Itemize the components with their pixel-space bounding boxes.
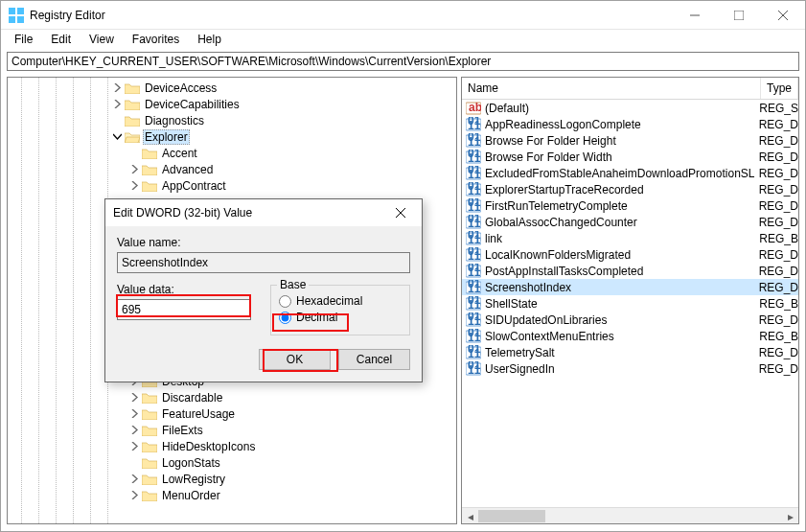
menu-view[interactable]: View [81, 31, 122, 48]
list-row[interactable]: Browse For Folder HeightREG_D [462, 132, 798, 149]
list-row[interactable]: UserSignedInREG_D [462, 360, 798, 377]
folder-icon [142, 489, 157, 501]
tree-item[interactable]: HideDesktopIcons [8, 438, 456, 454]
chevron-right-icon[interactable] [111, 82, 123, 94]
value-name: SIDUpdatedOnLibraries [485, 313, 759, 327]
tree-item[interactable]: LowRegistry [8, 471, 456, 487]
tree-item[interactable]: Explorer [8, 128, 456, 145]
tree-item[interactable]: LogonStats [8, 454, 456, 471]
base-fieldset: Base Hexadecimal Decimal [270, 285, 410, 335]
list-row[interactable]: GlobalAssocChangedCounterREG_D [462, 214, 798, 230]
maximize-button[interactable] [717, 1, 761, 30]
value-type: REG_B [759, 330, 798, 343]
chevron-right-icon[interactable] [111, 99, 123, 110]
value-type: REG_D [759, 216, 798, 229]
address-bar[interactable]: Computer\HKEY_CURRENT_USER\SOFTWARE\Micr… [7, 52, 799, 71]
radio-decimal[interactable]: Decimal [279, 311, 402, 324]
radio-hexadecimal[interactable]: Hexadecimal [279, 294, 402, 308]
chevron-right-icon[interactable] [128, 441, 140, 452]
list-pane[interactable]: Name Type (Default)REG_SAppReadinessLogo… [461, 77, 799, 524]
value-type: REG_D [759, 199, 798, 213]
list-row[interactable]: ExcludedFromStableAnaheimDownloadPromoti… [462, 165, 798, 181]
close-button[interactable] [761, 1, 805, 30]
tree-item-label: DeviceCapabilities [143, 98, 242, 111]
binary-value-icon [466, 215, 481, 230]
list-row[interactable]: ExplorerStartupTraceRecordedREG_D [462, 181, 798, 197]
binary-value-icon [466, 329, 481, 344]
chevron-right-icon[interactable] [128, 490, 140, 501]
chevron-right-icon[interactable] [128, 425, 140, 436]
radio-hexadecimal-input[interactable] [279, 295, 291, 308]
list-header: Name Type [462, 78, 798, 100]
chevron-right-icon[interactable] [128, 180, 140, 192]
chevron-right-icon[interactable] [128, 474, 140, 485]
tree-item[interactable]: FileExts [8, 422, 456, 438]
list-row[interactable]: SIDUpdatedOnLibrariesREG_D [462, 312, 798, 328]
chevron-right-icon[interactable] [128, 164, 140, 175]
tree-item[interactable]: DeviceAccess [8, 80, 456, 96]
chevron-right-icon[interactable] [128, 408, 140, 420]
base-legend: Base [277, 278, 309, 291]
folder-icon [142, 456, 157, 469]
horizontal-scrollbar[interactable]: ◂ ▸ [462, 507, 798, 523]
list-row[interactable]: (Default)REG_S [462, 100, 798, 116]
binary-value-icon [466, 312, 481, 328]
radio-decimal-input[interactable] [279, 312, 291, 324]
tree-item-label: LowRegistry [160, 473, 227, 486]
list-row[interactable]: FirstRunTelemetryCompleteREG_D [462, 197, 798, 214]
binary-value-icon [466, 264, 481, 279]
value-data-input[interactable] [117, 299, 251, 320]
folder-icon [142, 179, 157, 192]
value-type: REG_D [759, 313, 798, 327]
dialog-close-button[interactable] [387, 199, 414, 226]
menu-help[interactable]: Help [190, 31, 229, 48]
tree-item[interactable]: MenuOrder [8, 487, 456, 503]
binary-value-icon [466, 247, 481, 263]
tree-item[interactable]: AppContract [8, 177, 456, 194]
tree-item[interactable]: FeatureUsage [8, 405, 456, 422]
value-name: ExplorerStartupTraceRecorded [485, 183, 759, 197]
folder-icon [125, 130, 140, 143]
value-name-input[interactable] [117, 252, 410, 273]
value-name: Browse For Folder Width [485, 150, 759, 164]
binary-value-icon [466, 133, 481, 149]
tree-item[interactable]: Discardable [8, 389, 456, 405]
value-type: REG_D [759, 134, 798, 148]
value-type: REG_D [759, 167, 798, 180]
edit-dword-dialog: Edit DWORD (32-bit) Value Value name: Va… [104, 198, 423, 382]
chevron-right-icon[interactable] [128, 392, 140, 404]
chevron-down-icon[interactable] [111, 131, 123, 143]
list-row[interactable]: linkREG_B [462, 230, 798, 246]
tree-item[interactable]: Diagnostics [8, 112, 456, 128]
list-row[interactable]: TelemetrySaltREG_D [462, 344, 798, 360]
value-type: REG_S [759, 102, 798, 115]
window-title: Registry Editor [30, 9, 673, 22]
cancel-button[interactable]: Cancel [338, 349, 410, 370]
app-icon [9, 8, 24, 23]
tree-item-label: Accent [160, 147, 199, 160]
menu-favorites[interactable]: Favorites [125, 31, 187, 48]
folder-icon [142, 163, 157, 175]
tree-item[interactable]: Accent [8, 145, 456, 161]
tree-item-label: AppContract [160, 179, 228, 193]
list-row[interactable]: SlowContextMenuEntriesREG_B [462, 328, 798, 344]
list-row[interactable]: AppReadinessLogonCompleteREG_D [462, 116, 798, 132]
col-header-type[interactable]: Type [761, 78, 798, 99]
menu-edit[interactable]: Edit [43, 31, 79, 48]
col-header-name[interactable]: Name [462, 78, 761, 99]
binary-value-icon [466, 361, 481, 377]
menu-file[interactable]: File [7, 31, 40, 48]
value-name: GlobalAssocChangedCounter [485, 216, 759, 229]
minimize-button[interactable] [673, 1, 717, 30]
tree-item[interactable]: DeviceCapabilities [8, 96, 456, 112]
list-row[interactable]: ScreenshotIndexREG_D [462, 279, 798, 295]
list-row[interactable]: ShellStateREG_B [462, 295, 798, 312]
ok-button[interactable]: OK [259, 349, 331, 370]
list-row[interactable]: LocalKnownFoldersMigratedREG_D [462, 246, 798, 263]
binary-value-icon [466, 198, 481, 214]
list-row[interactable]: PostAppInstallTasksCompletedREG_D [462, 263, 798, 279]
tree-item[interactable]: Advanced [8, 161, 456, 177]
binary-value-icon [466, 231, 481, 246]
folder-icon [125, 114, 140, 127]
list-row[interactable]: Browse For Folder WidthREG_D [462, 149, 798, 165]
